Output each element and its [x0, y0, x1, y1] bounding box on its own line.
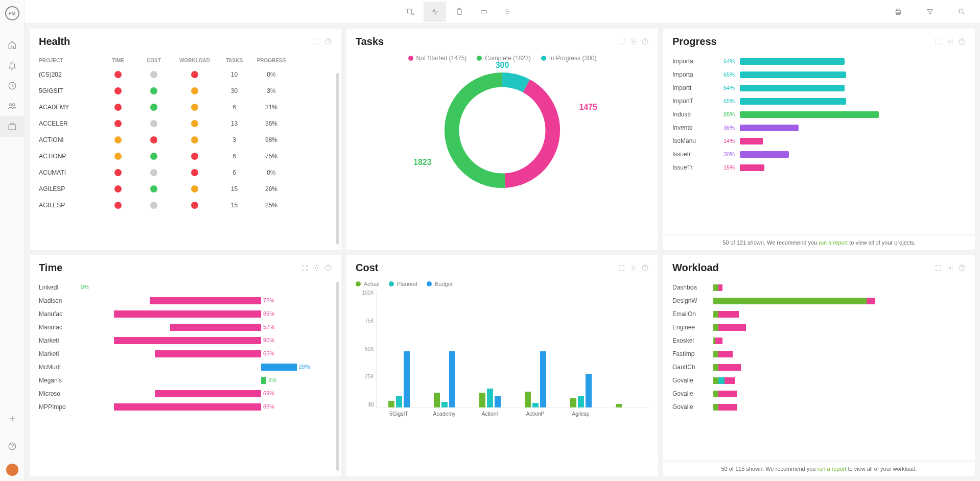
workload-row[interactable]: Dashboa: [672, 281, 966, 294]
time-row[interactable]: Megan's2%: [39, 374, 332, 387]
health-card: Health PROJECT TIME COST WORKLOAD TASKS …: [30, 29, 341, 250]
run-report-link[interactable]: run a report: [818, 466, 847, 472]
card-title: Progress: [672, 36, 935, 47]
time-row[interactable]: Madison72%: [39, 294, 332, 307]
workload-row[interactable]: FastImp: [672, 347, 966, 360]
gear-icon[interactable]: [629, 38, 637, 45]
donut-label-inprogress: 300: [496, 61, 509, 70]
nav-notifications-icon[interactable]: [0, 55, 25, 76]
cost-chart: 100K75K50K25K$0 5GigsITAcademyActionIAct…: [376, 290, 649, 423]
view-zoom-icon[interactable]: [399, 2, 422, 22]
expand-icon[interactable]: [301, 264, 309, 272]
progress-row[interactable]: Importt64%: [672, 81, 966, 94]
table-row[interactable]: ACCELER1336%: [39, 115, 332, 132]
chart-legend: ActualPlannedBudget: [356, 281, 649, 287]
workload-row[interactable]: Exoskel: [672, 334, 966, 347]
time-row[interactable]: Marketi90%: [39, 334, 332, 347]
nav-team-icon[interactable]: [0, 96, 25, 116]
progress-row[interactable]: IssueTr15%: [672, 161, 966, 174]
app-logo[interactable]: PM: [5, 6, 19, 20]
workload-footer: 50 of 115 shown. We recommend you run a …: [663, 461, 975, 476]
donut-chart: 300 1475 1823: [436, 64, 569, 197]
donut-label-complete: 1823: [413, 158, 432, 167]
svg-point-2: [12, 104, 15, 106]
workload-row[interactable]: GanttCh: [672, 360, 966, 374]
table-row[interactable]: ACADEMY631%: [39, 99, 332, 115]
card-title: Workload: [672, 262, 935, 274]
expand-icon[interactable]: [935, 264, 942, 272]
help-icon[interactable]: [641, 264, 649, 272]
time-row[interactable]: Marketi65%: [39, 347, 332, 360]
scrollbar[interactable]: [336, 282, 339, 471]
nav-home-icon[interactable]: [0, 35, 25, 55]
scrollbar[interactable]: [336, 73, 339, 245]
view-activity-icon[interactable]: [424, 2, 446, 22]
search-icon[interactable]: [950, 2, 973, 22]
card-title: Cost: [356, 262, 618, 274]
expand-icon[interactable]: [313, 38, 320, 45]
gear-icon[interactable]: [946, 38, 954, 45]
table-row[interactable]: 5GIGSIT303%: [39, 83, 332, 99]
cost-group[interactable]: [475, 389, 505, 407]
time-row[interactable]: McMurtr28%: [39, 360, 332, 374]
view-card-icon[interactable]: [473, 2, 495, 22]
table-row[interactable]: ACTIONP675%: [39, 148, 332, 164]
time-row[interactable]: LinkedI0%: [39, 281, 332, 294]
table-row[interactable]: ACTIONI398%: [39, 132, 332, 148]
view-gantt-icon[interactable]: [497, 2, 520, 22]
workload-row[interactable]: Govalle: [672, 400, 966, 414]
progress-row[interactable]: Importa64%: [672, 55, 966, 68]
user-avatar-icon[interactable]: [6, 464, 18, 476]
help-icon[interactable]: [958, 38, 966, 45]
time-row[interactable]: Manufac86%: [39, 307, 332, 321]
cost-group[interactable]: [566, 374, 596, 407]
print-icon[interactable]: [887, 2, 909, 22]
nav-portfolio-icon[interactable]: [0, 116, 25, 137]
gear-icon[interactable]: [629, 264, 637, 272]
gear-icon[interactable]: [313, 264, 320, 272]
progress-row[interactable]: Importa65%: [672, 68, 966, 81]
cost-group[interactable]: [430, 351, 459, 407]
workload-row[interactable]: Govalle: [672, 387, 966, 400]
table-row[interactable]: AGILESP1525%: [39, 197, 332, 213]
svg-point-26: [949, 267, 951, 269]
help-icon[interactable]: [324, 264, 332, 272]
nav-add-icon[interactable]: [0, 408, 25, 429]
table-row[interactable]: ACUMATI60%: [39, 164, 332, 181]
table-row[interactable]: (CS)202100%: [39, 66, 332, 83]
run-report-link[interactable]: run a report: [819, 239, 848, 246]
progress-row[interactable]: Invento36%: [672, 121, 966, 134]
expand-icon[interactable]: [618, 264, 625, 272]
gear-icon[interactable]: [946, 264, 954, 272]
workload-row[interactable]: DesignW: [672, 294, 966, 307]
help-icon[interactable]: [641, 38, 649, 45]
expand-icon[interactable]: [935, 38, 942, 45]
svg-point-24: [633, 267, 635, 269]
svg-rect-3: [9, 125, 16, 130]
progress-row[interactable]: Industr85%: [672, 108, 966, 121]
progress-row[interactable]: ImportT65%: [672, 94, 966, 108]
filter-icon[interactable]: [919, 2, 941, 22]
time-row[interactable]: MPPImpo88%: [39, 400, 332, 414]
help-icon[interactable]: [324, 38, 332, 45]
workload-row[interactable]: Govalle: [672, 374, 966, 387]
progress-row[interactable]: IsoManu14%: [672, 134, 966, 148]
cost-group[interactable]: [521, 351, 550, 407]
nav-help-icon[interactable]: [0, 436, 25, 456]
time-row[interactable]: Manufac57%: [39, 321, 332, 334]
workload-row[interactable]: EmailOn: [672, 307, 966, 321]
time-row[interactable]: Microso69%: [39, 387, 332, 400]
expand-icon[interactable]: [618, 38, 625, 45]
cost-group[interactable]: [384, 351, 414, 407]
workload-row[interactable]: Enginee: [672, 321, 966, 334]
progress-card: Progress Importa64%Importa65%Importt64%I…: [663, 29, 975, 250]
health-table-header: PROJECT TIME COST WORKLOAD TASKS PROGRES…: [39, 55, 332, 66]
view-clipboard-icon[interactable]: [448, 2, 471, 22]
help-icon[interactable]: [958, 264, 966, 272]
svg-rect-11: [897, 9, 900, 10]
progress-row[interactable]: Issuetr30%: [672, 148, 966, 161]
nav-recent-icon[interactable]: [0, 76, 25, 96]
svg-point-22: [316, 267, 318, 269]
table-row[interactable]: AGILESP1526%: [39, 181, 332, 197]
cost-group[interactable]: [612, 404, 641, 407]
